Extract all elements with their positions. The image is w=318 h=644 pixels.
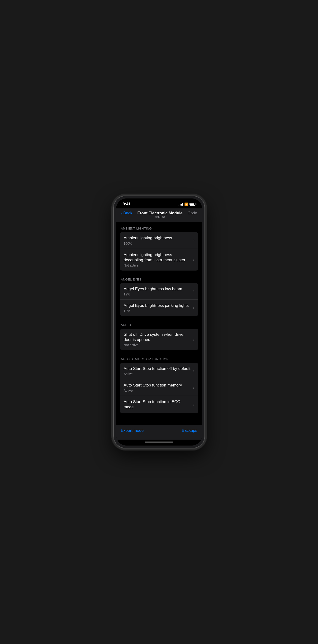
item-title: Shut off iDrive system when driver door …: [124, 332, 191, 342]
item-subtitle: Not active: [124, 343, 191, 347]
list-item[interactable]: Ambient lighting brightness 100% ›: [120, 232, 198, 249]
code-button[interactable]: Code: [188, 211, 197, 216]
status-icons: 📶: [179, 202, 196, 206]
list-item[interactable]: Angel Eyes brightness parking lights 12%…: [120, 300, 198, 316]
expert-mode-button[interactable]: Expert mode: [121, 428, 144, 433]
list-item[interactable]: Auto Start Stop function in ECO mode ›: [120, 396, 198, 413]
section-list-audio: Shut off iDrive system when driver door …: [120, 329, 198, 350]
backups-button[interactable]: Backups: [182, 428, 197, 433]
home-indicator-area: [116, 440, 202, 446]
section-audio: AUDIO Shut off iDrive system when driver…: [116, 323, 202, 350]
item-title: Auto Start Stop function in ECO mode: [124, 399, 191, 410]
item-subtitle: Active: [124, 372, 191, 376]
chevron-right-icon: ›: [193, 289, 195, 294]
chevron-right-icon: ›: [193, 238, 195, 243]
section-header-audio: AUDIO: [116, 323, 202, 329]
list-item[interactable]: Ambient lighting brightness decoupling f…: [120, 249, 198, 270]
list-item[interactable]: Auto Start Stop function memory Active ›: [120, 380, 198, 396]
section-header-ambient-lighting: AMBIENT LIGHTING: [116, 227, 202, 232]
home-bar: [145, 442, 173, 443]
dynamic-island: [155, 202, 163, 205]
page-title: Front Electronic Module: [132, 211, 188, 216]
section-list-auto-start-stop: Auto Start Stop function off by default …: [120, 363, 198, 413]
section-angel-eyes: ANGEL EYES Angel Eyes brightness low bea…: [116, 278, 202, 316]
nav-bar: ‹ Back Front Electronic Module FEM_01 Co…: [116, 208, 202, 222]
item-title: Auto Start Stop function memory: [124, 383, 191, 388]
section-header-angel-eyes: ANGEL EYES: [116, 278, 202, 283]
signal-icon: [179, 203, 183, 206]
section-list-angel-eyes: Angel Eyes brightness low beam 12% › Ang…: [120, 283, 198, 316]
chevron-right-icon: ›: [193, 257, 195, 262]
item-subtitle: 12%: [124, 292, 191, 296]
item-subtitle: Not active: [124, 264, 191, 267]
status-time: 9:41: [123, 202, 131, 206]
phone-screen: 9:41 📶 ‹ Back Front Elect: [116, 198, 202, 445]
section-list-ambient-lighting: Ambient lighting brightness 100% › Ambie…: [120, 232, 198, 270]
chevron-right-icon: ›: [193, 385, 195, 390]
item-title: Ambient lighting brightness decoupling f…: [124, 252, 191, 263]
item-title: Angel Eyes brightness low beam: [124, 286, 191, 292]
item-subtitle: Active: [124, 389, 191, 392]
chevron-right-icon: ›: [193, 337, 195, 342]
page-subtitle: FEM_01: [132, 216, 188, 219]
list-item[interactable]: Angel Eyes brightness low beam 12% ›: [120, 283, 198, 300]
item-title: Auto Start Stop function off by default: [124, 366, 191, 371]
section-auto-start-stop: AUTO START STOP FUNCTION Auto Start Stop…: [116, 357, 202, 413]
phone-frame: 9:41 📶 ‹ Back Front Elect: [113, 195, 205, 448]
item-title: Ambient lighting brightness: [124, 236, 191, 241]
chevron-right-icon: ›: [193, 369, 195, 374]
section-ambient-lighting: AMBIENT LIGHTING Ambient lighting bright…: [116, 227, 202, 270]
chevron-right-icon: ›: [193, 402, 195, 407]
chevron-right-icon: ›: [193, 306, 195, 310]
tab-bar: Expert mode Backups: [116, 425, 202, 440]
nav-title-area: Front Electronic Module FEM_01: [132, 211, 188, 219]
battery-icon: [190, 203, 196, 206]
item-subtitle: 100%: [124, 242, 191, 246]
content-area: AMBIENT LIGHTING Ambient lighting bright…: [116, 222, 202, 425]
back-chevron-icon: ‹: [121, 211, 122, 216]
status-bar: 9:41 📶: [116, 198, 202, 208]
list-item[interactable]: Shut off iDrive system when driver door …: [120, 329, 198, 350]
back-label: Back: [123, 211, 132, 216]
wifi-icon: 📶: [184, 202, 188, 206]
item-subtitle: 12%: [124, 309, 191, 313]
section-header-auto-start-stop: AUTO START STOP FUNCTION: [116, 357, 202, 363]
list-item[interactable]: Auto Start Stop function off by default …: [120, 363, 198, 380]
back-button[interactable]: ‹ Back: [121, 211, 132, 216]
item-title: Angel Eyes brightness parking lights: [124, 303, 191, 308]
